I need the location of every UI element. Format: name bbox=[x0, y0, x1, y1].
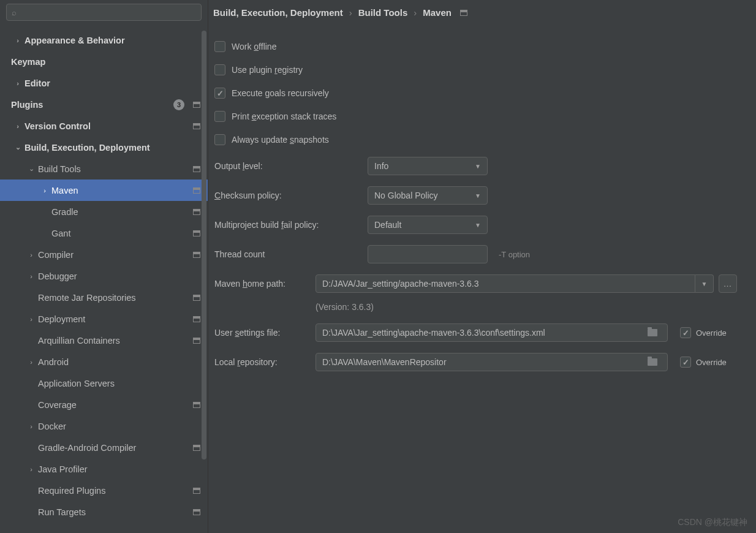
tree-arrow-icon: › bbox=[25, 466, 38, 473]
settings-sidebar: ⌕ ›Appearance & BehaviorKeymap›EditorPlu… bbox=[0, 0, 208, 533]
tree-arrow-icon: › bbox=[25, 251, 38, 259]
search-input-container[interactable]: ⌕ bbox=[6, 4, 202, 21]
tree-item-editor[interactable]: ›Editor bbox=[0, 72, 208, 94]
tree-item-label: Docker bbox=[38, 421, 200, 431]
tree-item-version-control[interactable]: ›Version Control bbox=[0, 115, 208, 137]
tree-item-build-execution-deployment[interactable]: ⌄Build, Execution, Deployment bbox=[0, 137, 208, 158]
tree-arrow-icon: ⌄ bbox=[11, 143, 25, 151]
execute-recursively-label: Execute goals recursively bbox=[232, 88, 329, 98]
tree-item-required-plugins[interactable]: Required Plugins bbox=[0, 480, 208, 501]
folder-icon[interactable] bbox=[648, 329, 657, 336]
tree-item-label: Build, Execution, Deployment bbox=[25, 143, 200, 153]
tree-item-label: Application Servers bbox=[38, 379, 200, 388]
search-icon: ⌕ bbox=[12, 8, 17, 17]
execute-recursively-checkbox[interactable] bbox=[214, 88, 225, 99]
tree-item-keymap[interactable]: Keymap bbox=[0, 51, 208, 72]
user-settings-input[interactable]: D:\JAVA\Jar_setting\apache-maven-3.6.3\c… bbox=[316, 323, 668, 342]
local-repo-label: Local repository: bbox=[214, 357, 316, 367]
tree-item-arquillian-containers[interactable]: Arquillian Containers bbox=[0, 330, 208, 351]
project-scope-icon bbox=[193, 338, 200, 344]
chevron-down-icon: ▼ bbox=[475, 192, 481, 199]
tree-item-build-tools[interactable]: ⌄Build Tools bbox=[0, 158, 208, 180]
tree-item-label: Coverage bbox=[38, 400, 189, 410]
tree-item-label: Arquillian Containers bbox=[38, 336, 189, 346]
breadcrumb-seg-2[interactable]: Build Tools bbox=[358, 7, 408, 18]
plugin-registry-checkbox[interactable] bbox=[214, 64, 225, 75]
folder-icon[interactable] bbox=[648, 358, 657, 366]
settings-tree: ›Appearance & BehaviorKeymap›EditorPlugi… bbox=[0, 26, 208, 533]
tree-item-label: Version Control bbox=[25, 121, 189, 131]
breadcrumb-seg-3[interactable]: Maven bbox=[423, 7, 452, 18]
tree-item-gradle[interactable]: Gradle bbox=[0, 201, 208, 222]
output-level-label: Output level: bbox=[214, 161, 368, 171]
tree-item-label: Remote Jar Repositories bbox=[38, 293, 189, 303]
chevron-right-icon: › bbox=[349, 7, 352, 18]
maven-settings-form: Work offline Use plugin registry Execute… bbox=[208, 24, 756, 377]
tree-item-label: Deployment bbox=[38, 314, 189, 324]
tree-item-debugger[interactable]: ›Debugger bbox=[0, 265, 208, 287]
checksum-policy-select[interactable]: No Global Policy▼ bbox=[368, 186, 488, 205]
project-scope-icon bbox=[460, 10, 467, 16]
tree-arrow-icon: › bbox=[38, 187, 51, 194]
tree-arrow-icon: › bbox=[11, 37, 25, 44]
tree-item-label: Build Tools bbox=[38, 164, 189, 174]
tree-item-gant[interactable]: Gant bbox=[0, 222, 208, 244]
tree-item-gradle-android-compiler[interactable]: Gradle-Android Compiler bbox=[0, 437, 208, 458]
override-label: Override bbox=[696, 328, 727, 338]
checksum-policy-label: Checksum policy: bbox=[214, 191, 368, 200]
tree-item-maven[interactable]: ›Maven bbox=[0, 180, 208, 201]
maven-home-label: Maven home path: bbox=[214, 279, 316, 289]
tree-item-compiler[interactable]: ›Compiler bbox=[0, 244, 208, 265]
local-repo-input[interactable]: D:\JAVA\Maven\MavenRepositor bbox=[316, 353, 668, 371]
maven-home-browse-button[interactable]: … bbox=[719, 274, 737, 293]
project-scope-icon bbox=[193, 123, 200, 129]
tree-item-label: Plugins bbox=[11, 100, 173, 110]
chevron-down-icon: ▼ bbox=[701, 281, 708, 287]
tree-item-run-targets[interactable]: Run Targets bbox=[0, 501, 208, 523]
tree-arrow-icon: › bbox=[25, 358, 38, 366]
thread-count-hint: -T option bbox=[499, 250, 530, 259]
tree-item-android[interactable]: ›Android bbox=[0, 351, 208, 372]
fail-policy-select[interactable]: Default▼ bbox=[368, 216, 488, 234]
update-snapshots-checkbox[interactable] bbox=[214, 134, 225, 145]
tree-item-deployment[interactable]: ›Deployment bbox=[0, 308, 208, 330]
stack-traces-label: Print exception stack traces bbox=[232, 112, 336, 121]
tree-item-application-servers[interactable]: Application Servers bbox=[0, 372, 208, 394]
tree-item-docker[interactable]: ›Docker bbox=[0, 415, 208, 437]
search-input[interactable] bbox=[20, 8, 196, 17]
tree-item-label: Debugger bbox=[38, 271, 200, 281]
maven-home-input[interactable]: D:/JAVA/Jar_setting/apache-maven-3.6.3 bbox=[316, 274, 695, 293]
tree-item-coverage[interactable]: Coverage bbox=[0, 394, 208, 415]
tree-item-appearance-behavior[interactable]: ›Appearance & Behavior bbox=[0, 29, 208, 51]
thread-count-input[interactable] bbox=[368, 245, 488, 263]
output-level-select[interactable]: Info▼ bbox=[368, 157, 488, 175]
tree-item-label: Java Profiler bbox=[38, 464, 200, 474]
tree-item-label: Compiler bbox=[38, 250, 189, 260]
user-settings-override-checkbox[interactable] bbox=[680, 327, 691, 338]
project-scope-icon bbox=[193, 509, 200, 515]
project-scope-icon bbox=[193, 252, 200, 258]
project-scope-icon bbox=[193, 445, 200, 451]
maven-home-dropdown[interactable]: ▼ bbox=[695, 274, 714, 293]
project-scope-icon bbox=[193, 187, 200, 194]
user-settings-label: User settings file: bbox=[214, 328, 316, 338]
tree-item-label: Run Targets bbox=[38, 507, 189, 517]
breadcrumb-seg-1[interactable]: Build, Execution, Deployment bbox=[213, 7, 343, 18]
project-scope-icon bbox=[193, 488, 200, 494]
tree-arrow-icon: ⌄ bbox=[25, 165, 38, 173]
stack-traces-checkbox[interactable] bbox=[214, 111, 225, 122]
breadcrumb: Build, Execution, Deployment › Build Too… bbox=[208, 0, 756, 24]
local-repo-override-checkbox[interactable] bbox=[680, 357, 691, 368]
tree-item-label: Maven bbox=[51, 186, 189, 195]
project-scope-icon bbox=[193, 230, 200, 236]
sidebar-scrollbar[interactable] bbox=[202, 31, 206, 527]
override-label: Override bbox=[696, 358, 727, 367]
tree-arrow-icon: › bbox=[25, 273, 38, 280]
update-snapshots-label: Always update snapshots bbox=[232, 135, 329, 145]
tree-item-label: Editor bbox=[25, 78, 200, 88]
tree-item-java-profiler[interactable]: ›Java Profiler bbox=[0, 458, 208, 480]
tree-item-remote-jar-repositories[interactable]: Remote Jar Repositories bbox=[0, 287, 208, 308]
work-offline-label: Work offline bbox=[232, 42, 276, 51]
tree-item-plugins[interactable]: Plugins3 bbox=[0, 94, 208, 115]
work-offline-checkbox[interactable] bbox=[214, 41, 225, 52]
